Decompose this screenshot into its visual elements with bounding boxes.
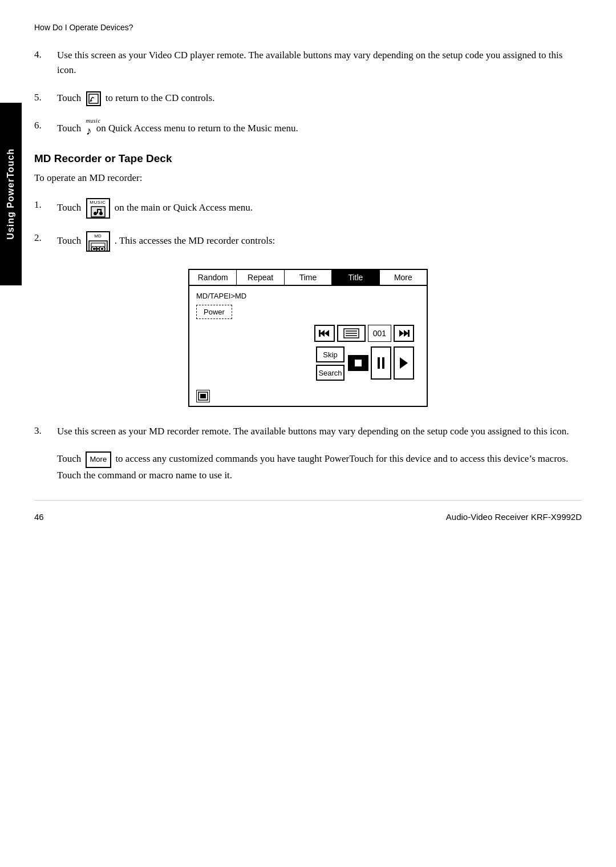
- svg-rect-8: [100, 209, 102, 212]
- svg-line-2: [92, 97, 94, 98]
- md-path: MD/TAPEI>MD: [196, 292, 420, 300]
- item-6-mid: on Quick Access menu to return to the Mu…: [96, 123, 298, 134]
- side-tab: Using PowerTouch: [0, 103, 22, 285]
- svg-rect-28: [378, 357, 380, 369]
- svg-marker-17: [325, 330, 329, 337]
- md-toolbar: Random Repeat Time Title More: [189, 270, 427, 286]
- item-content-4: Use this screen as your Video CD player …: [57, 48, 582, 78]
- side-tab-label: Using PowerTouch: [6, 148, 16, 240]
- item-content-6: Touch music ♪ on Quick Access menu to re…: [57, 119, 582, 140]
- skip-fwd-btn[interactable]: [394, 325, 414, 342]
- list-item: 6. Touch music ♪ on Quick Access menu to…: [34, 119, 582, 140]
- page-number: 46: [34, 512, 44, 522]
- skip-search-group: Skip Search: [316, 346, 345, 381]
- item-number-6: 6.: [34, 119, 57, 131]
- breadcrumb: How Do I Operate Devices?: [34, 23, 582, 32]
- item-number-5: 5.: [34, 91, 57, 103]
- md-screen-body: MD/TAPEI>MD Power: [189, 286, 427, 386]
- touch-label-6: Touch: [57, 123, 81, 134]
- pause-btn[interactable]: [371, 346, 391, 380]
- touch-more-after: to access any customized commands you ha…: [57, 453, 568, 480]
- stop-btn[interactable]: [348, 355, 368, 371]
- svg-marker-24: [399, 330, 404, 337]
- md-toolbar-more[interactable]: More: [380, 270, 427, 285]
- menu-btn[interactable]: [337, 325, 366, 342]
- svg-marker-30: [400, 357, 408, 369]
- md-item-1-after: on the main or Quick Access menu.: [115, 202, 253, 213]
- play-btn[interactable]: [394, 346, 414, 380]
- touch-label-md2: Touch: [57, 235, 81, 246]
- svg-point-5: [94, 212, 97, 215]
- svg-rect-32: [200, 394, 206, 398]
- section-intro: To operate an MD recorder:: [34, 171, 582, 186]
- md-toolbar-repeat[interactable]: Repeat: [237, 270, 284, 285]
- md-toolbar-title[interactable]: Title: [332, 270, 379, 285]
- md-power-btn[interactable]: Power: [196, 305, 232, 319]
- touch-more-label: Touch: [57, 453, 81, 464]
- md-toolbar-random[interactable]: Random: [189, 270, 237, 285]
- svg-rect-29: [382, 357, 384, 369]
- section-heading: MD Recorder or Tape Deck: [34, 152, 582, 165]
- svg-rect-0: [89, 94, 98, 103]
- md-item-content-2: Touch MD: [57, 231, 582, 252]
- md-item-number-2: 2.: [34, 231, 57, 244]
- page-footer: 46 Audio-Video Receiver KRF-X9992D: [34, 500, 582, 539]
- svg-rect-26: [408, 330, 410, 337]
- md-tape-icon: MD: [86, 231, 110, 252]
- item-content-5: Touch to return to the CD controls.: [57, 91, 582, 106]
- music-quick-access-icon: music ♪: [86, 119, 92, 140]
- item-number-3: 3.: [34, 424, 57, 437]
- svg-marker-18: [320, 330, 325, 337]
- product-name: Audio-Video Receiver KRF-X9992D: [446, 512, 582, 522]
- item-number-4: 4.: [34, 48, 57, 61]
- svg-marker-25: [404, 330, 408, 337]
- touch-label-5: Touch: [57, 92, 81, 103]
- skip-back-btn[interactable]: [314, 325, 335, 342]
- svg-rect-27: [355, 360, 362, 366]
- md-controls-row: 001: [196, 325, 420, 342]
- md-footer-icon: [196, 390, 210, 402]
- list-item-3: 3. Use this screen as your MD recorder r…: [34, 424, 582, 439]
- touch-label-md1: Touch: [57, 202, 81, 213]
- list-item: 2. Touch MD: [34, 231, 582, 252]
- list-item: 1. Touch MUSIC: [34, 198, 582, 219]
- svg-point-9: [99, 212, 103, 215]
- cd-icon: [86, 91, 101, 106]
- touch-more-paragraph: Touch More to access any customized comm…: [57, 451, 582, 483]
- md-screen: Random Repeat Time Title More MD/TAPEI>M…: [188, 269, 428, 407]
- item-5-after: to return to the CD controls.: [106, 92, 215, 103]
- more-inline-button[interactable]: More: [86, 451, 112, 467]
- list-item: 5. Touch to return to the CD controls.: [34, 91, 582, 106]
- md-item-number-1: 1.: [34, 198, 57, 211]
- md-item-content-1: Touch MUSIC: [57, 198, 582, 219]
- md-bottom-row: Skip Search: [196, 346, 420, 381]
- svg-rect-19: [319, 330, 321, 337]
- md-screen-footer: [189, 386, 427, 406]
- svg-point-14: [101, 248, 103, 250]
- md-toolbar-time[interactable]: Time: [285, 270, 332, 285]
- playback-controls: [348, 346, 414, 380]
- search-btn[interactable]: Search: [316, 365, 345, 381]
- list-item: 4. Use this screen as your Video CD play…: [34, 48, 582, 78]
- item-content-3: Use this screen as your MD recorder remo…: [57, 424, 582, 439]
- skip-btn[interactable]: Skip: [316, 346, 345, 362]
- track-number: 001: [368, 325, 391, 342]
- md-item-2-after: . This accesses the MD recorder controls…: [115, 235, 275, 246]
- svg-rect-15: [91, 243, 105, 247]
- music-menu-icon: MUSIC: [86, 198, 110, 219]
